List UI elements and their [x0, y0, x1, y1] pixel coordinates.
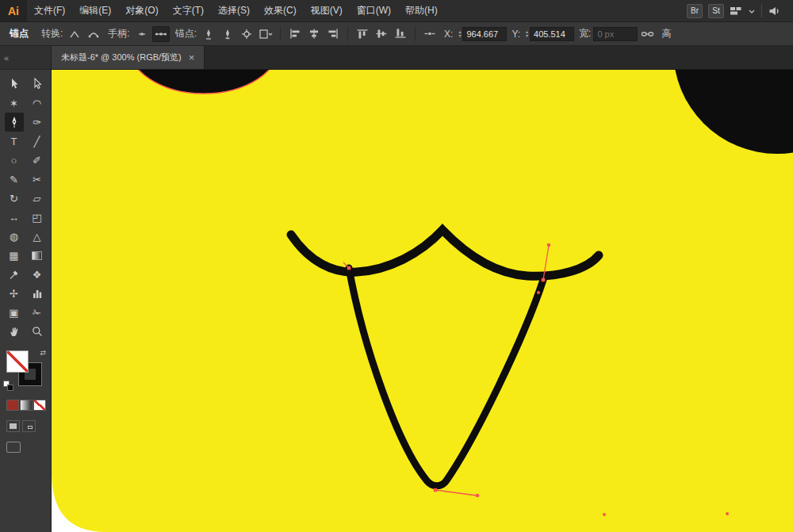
fill-color-swatch[interactable]	[6, 350, 29, 373]
anchor-options-icon[interactable]	[238, 26, 255, 42]
canvas[interactable]	[52, 70, 793, 532]
magic-wand-tool[interactable]: ✶	[5, 94, 24, 113]
selection-tool[interactable]	[5, 75, 24, 94]
y-stepper[interactable]: ▴▾	[526, 30, 528, 38]
curvature-icon: ✑	[33, 117, 41, 128]
artboard-tool[interactable]: ▣	[5, 303, 24, 322]
color-mode-button[interactable]	[6, 400, 19, 411]
menu-divider	[761, 5, 762, 17]
column-graph-tool[interactable]	[28, 284, 47, 303]
line-segment-tool[interactable]: ╱	[28, 132, 47, 151]
scissors-tool[interactable]: ✂	[28, 170, 47, 189]
draw-normal-button[interactable]	[6, 420, 20, 432]
align-center-horizontal-button[interactable]	[305, 26, 323, 42]
zoom-icon	[31, 325, 44, 338]
connect-anchor-button[interactable]	[219, 26, 236, 42]
x-stepper[interactable]: ▴▾	[458, 30, 461, 38]
none-mode-button[interactable]	[33, 400, 46, 411]
share-icon[interactable]	[768, 6, 780, 17]
anchor-point[interactable]	[537, 291, 540, 294]
convert-to-smooth-button[interactable]	[85, 26, 102, 42]
ellipse-tool[interactable]: ○	[5, 151, 24, 170]
align-right-button[interactable]	[324, 26, 342, 42]
menu-help[interactable]: 帮助(H)	[398, 4, 445, 17]
menu-effect[interactable]: 效果(C)	[257, 4, 304, 17]
direct-selection-cursor-icon	[31, 78, 44, 90]
gradient-icon	[32, 251, 42, 260]
screen-mode-button[interactable]	[6, 442, 21, 453]
chevron-down-icon[interactable]	[748, 8, 756, 14]
hand-tool[interactable]	[5, 322, 24, 341]
control-divider	[280, 27, 281, 41]
align-left-button[interactable]	[286, 26, 304, 42]
distribute-spacing-icon[interactable]	[421, 26, 439, 42]
pen-tool[interactable]	[5, 113, 24, 132]
gradient-tool[interactable]	[28, 246, 47, 265]
shape-builder-icon: ◍	[10, 232, 18, 242]
scale-tool[interactable]: ▱	[28, 189, 47, 208]
width-label: 宽:	[579, 27, 591, 40]
draw-behind-button[interactable]	[22, 420, 36, 432]
eyedropper-tool[interactable]	[5, 265, 24, 284]
symbol-sprayer-tool[interactable]: ✢	[5, 284, 24, 303]
curvature-tool[interactable]: ✑	[28, 113, 47, 132]
mesh-icon: ▦	[9, 251, 18, 261]
pencil-tool[interactable]: ✎	[5, 170, 24, 189]
anchor-point[interactable]	[347, 266, 351, 270]
menu-object[interactable]: 对象(O)	[118, 4, 165, 17]
paint-mode-buttons	[6, 400, 51, 411]
show-handles-button[interactable]	[152, 26, 170, 42]
shape-builder-tool[interactable]: ◍	[5, 227, 24, 246]
type-tool[interactable]: T	[5, 132, 24, 151]
collapse-panel-button[interactable]: «	[4, 53, 9, 63]
align-center-vertical-button[interactable]	[373, 26, 390, 42]
hide-handles-button[interactable]	[133, 26, 151, 42]
anchor-point[interactable]	[542, 278, 546, 282]
handles-label: 手柄:	[108, 27, 129, 40]
remove-anchor-button[interactable]	[200, 26, 217, 42]
swap-colors-button[interactable]: ⇄	[40, 349, 46, 357]
blend-tool[interactable]: ❖	[28, 265, 47, 284]
width-tool[interactable]: ↔	[5, 208, 24, 227]
gradient-mode-button[interactable]	[20, 400, 33, 411]
align-top-button[interactable]	[354, 26, 371, 42]
menu-select[interactable]: 选择(S)	[211, 4, 257, 17]
control-divider	[347, 27, 348, 41]
stock-button[interactable]: St	[708, 4, 724, 18]
menu-file[interactable]: 文件(F)	[27, 4, 72, 17]
yellow-face-shape[interactable]	[52, 70, 793, 532]
free-transform-tool[interactable]: ◰	[28, 208, 47, 227]
menu-type[interactable]: 文字(T)	[166, 4, 211, 17]
slice-tool[interactable]: ✁	[28, 303, 47, 322]
close-tab-icon[interactable]: ×	[189, 52, 195, 63]
x-input[interactable]: 964.667	[462, 27, 507, 41]
menu-edit[interactable]: 编辑(E)	[72, 4, 118, 17]
width-input[interactable]: 0 px	[593, 27, 638, 41]
document-tab[interactable]: 未标题-6* @ 300% (RGB/预览) ×	[52, 46, 205, 69]
workspace-switcher-icon[interactable]	[730, 6, 742, 17]
anchor-point[interactable]	[603, 513, 606, 516]
bridge-button[interactable]: Br	[687, 4, 703, 18]
perspective-grid-tool[interactable]: △	[28, 227, 47, 246]
anchor-point[interactable]	[434, 488, 438, 492]
rotate-tool[interactable]: ↻	[5, 189, 24, 208]
width-icon: ↔	[9, 212, 19, 223]
align-bottom-button[interactable]	[392, 26, 409, 42]
control-bar: 锚点 转换: 手柄: 锚点: X:	[0, 22, 793, 46]
menu-window[interactable]: 窗口(W)	[350, 4, 398, 17]
lasso-tool[interactable]: ◠	[28, 94, 47, 113]
constrain-proportions-icon[interactable]	[638, 26, 656, 42]
zoom-tool[interactable]	[28, 322, 47, 341]
handle-end-point[interactable]	[547, 243, 551, 247]
hand-icon	[8, 325, 21, 338]
direct-selection-tool[interactable]	[28, 75, 47, 94]
mesh-tool[interactable]: ▦	[5, 246, 24, 265]
y-input[interactable]: 405.514	[530, 27, 574, 41]
anchor-point[interactable]	[726, 512, 729, 515]
artboard-options-icon[interactable]	[257, 26, 274, 42]
handle-end-point[interactable]	[476, 494, 480, 498]
menu-view[interactable]: 视图(V)	[304, 4, 350, 17]
paintbrush-tool[interactable]: ✐	[28, 151, 47, 170]
default-colors-button[interactable]	[3, 381, 13, 391]
convert-to-corner-button[interactable]	[66, 26, 83, 42]
